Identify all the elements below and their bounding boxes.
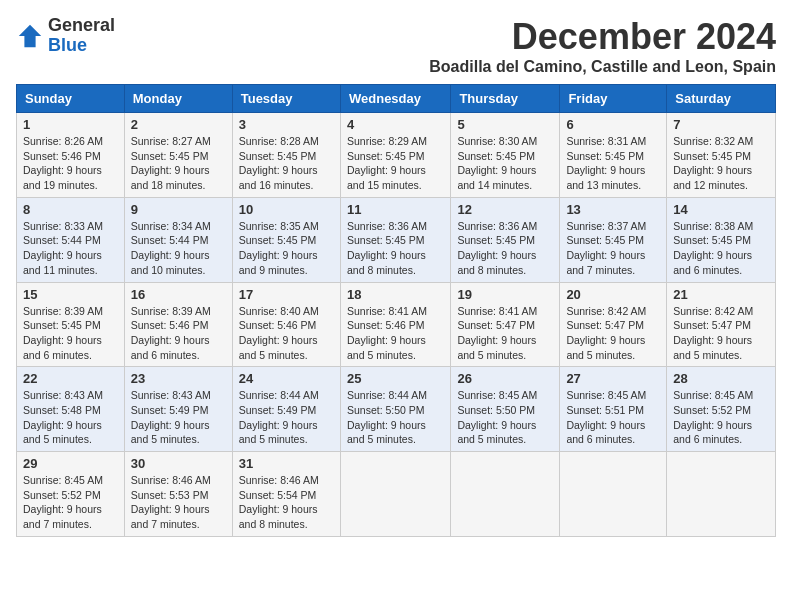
day-of-week-sunday: Sunday [17, 85, 125, 113]
calendar-cell: 11 Sunrise: 8:36 AMSunset: 5:45 PMDaylig… [340, 197, 450, 282]
day-number: 24 [239, 371, 334, 386]
calendar-cell [667, 452, 776, 537]
day-number: 6 [566, 117, 660, 132]
day-number: 26 [457, 371, 553, 386]
day-number: 19 [457, 287, 553, 302]
day-number: 14 [673, 202, 769, 217]
day-number: 30 [131, 456, 226, 471]
day-number: 3 [239, 117, 334, 132]
calendar-cell: 10 Sunrise: 8:35 AMSunset: 5:45 PMDaylig… [232, 197, 340, 282]
logo-blue-text: Blue [48, 36, 115, 56]
day-info: Sunrise: 8:27 AMSunset: 5:45 PMDaylight:… [131, 134, 226, 193]
logo-text: General Blue [48, 16, 115, 56]
day-number: 31 [239, 456, 334, 471]
day-info: Sunrise: 8:37 AMSunset: 5:45 PMDaylight:… [566, 219, 660, 278]
calendar-body: 1 Sunrise: 8:26 AMSunset: 5:46 PMDayligh… [17, 113, 776, 537]
calendar-cell [560, 452, 667, 537]
day-info: Sunrise: 8:42 AMSunset: 5:47 PMDaylight:… [673, 304, 769, 363]
day-info: Sunrise: 8:38 AMSunset: 5:45 PMDaylight:… [673, 219, 769, 278]
calendar-cell: 24 Sunrise: 8:44 AMSunset: 5:49 PMDaylig… [232, 367, 340, 452]
day-info: Sunrise: 8:45 AMSunset: 5:52 PMDaylight:… [673, 388, 769, 447]
calendar-cell: 9 Sunrise: 8:34 AMSunset: 5:44 PMDayligh… [124, 197, 232, 282]
calendar-week-4: 22 Sunrise: 8:43 AMSunset: 5:48 PMDaylig… [17, 367, 776, 452]
calendar-cell: 15 Sunrise: 8:39 AMSunset: 5:45 PMDaylig… [17, 282, 125, 367]
calendar-week-3: 15 Sunrise: 8:39 AMSunset: 5:45 PMDaylig… [17, 282, 776, 367]
calendar-cell: 29 Sunrise: 8:45 AMSunset: 5:52 PMDaylig… [17, 452, 125, 537]
logo-icon [16, 22, 44, 50]
calendar-cell: 7 Sunrise: 8:32 AMSunset: 5:45 PMDayligh… [667, 113, 776, 198]
day-of-week-tuesday: Tuesday [232, 85, 340, 113]
day-number: 22 [23, 371, 118, 386]
calendar-week-2: 8 Sunrise: 8:33 AMSunset: 5:44 PMDayligh… [17, 197, 776, 282]
calendar-cell [451, 452, 560, 537]
calendar-header: SundayMondayTuesdayWednesdayThursdayFrid… [17, 85, 776, 113]
day-info: Sunrise: 8:45 AMSunset: 5:51 PMDaylight:… [566, 388, 660, 447]
calendar-cell: 16 Sunrise: 8:39 AMSunset: 5:46 PMDaylig… [124, 282, 232, 367]
day-info: Sunrise: 8:41 AMSunset: 5:46 PMDaylight:… [347, 304, 444, 363]
day-number: 21 [673, 287, 769, 302]
day-info: Sunrise: 8:39 AMSunset: 5:45 PMDaylight:… [23, 304, 118, 363]
day-info: Sunrise: 8:44 AMSunset: 5:50 PMDaylight:… [347, 388, 444, 447]
calendar-cell: 1 Sunrise: 8:26 AMSunset: 5:46 PMDayligh… [17, 113, 125, 198]
logo-general-text: General [48, 16, 115, 36]
calendar-cell: 14 Sunrise: 8:38 AMSunset: 5:45 PMDaylig… [667, 197, 776, 282]
day-info: Sunrise: 8:33 AMSunset: 5:44 PMDaylight:… [23, 219, 118, 278]
calendar-cell: 19 Sunrise: 8:41 AMSunset: 5:47 PMDaylig… [451, 282, 560, 367]
day-number: 11 [347, 202, 444, 217]
day-of-week-friday: Friday [560, 85, 667, 113]
day-number: 15 [23, 287, 118, 302]
day-info: Sunrise: 8:42 AMSunset: 5:47 PMDaylight:… [566, 304, 660, 363]
calendar-cell: 2 Sunrise: 8:27 AMSunset: 5:45 PMDayligh… [124, 113, 232, 198]
calendar-cell: 8 Sunrise: 8:33 AMSunset: 5:44 PMDayligh… [17, 197, 125, 282]
day-info: Sunrise: 8:29 AMSunset: 5:45 PMDaylight:… [347, 134, 444, 193]
day-info: Sunrise: 8:45 AMSunset: 5:52 PMDaylight:… [23, 473, 118, 532]
day-number: 8 [23, 202, 118, 217]
day-number: 29 [23, 456, 118, 471]
day-number: 28 [673, 371, 769, 386]
calendar-cell: 22 Sunrise: 8:43 AMSunset: 5:48 PMDaylig… [17, 367, 125, 452]
day-info: Sunrise: 8:43 AMSunset: 5:49 PMDaylight:… [131, 388, 226, 447]
day-info: Sunrise: 8:28 AMSunset: 5:45 PMDaylight:… [239, 134, 334, 193]
day-number: 1 [23, 117, 118, 132]
day-of-week-saturday: Saturday [667, 85, 776, 113]
day-number: 9 [131, 202, 226, 217]
calendar-cell: 4 Sunrise: 8:29 AMSunset: 5:45 PMDayligh… [340, 113, 450, 198]
calendar-cell: 12 Sunrise: 8:36 AMSunset: 5:45 PMDaylig… [451, 197, 560, 282]
day-number: 4 [347, 117, 444, 132]
day-info: Sunrise: 8:46 AMSunset: 5:53 PMDaylight:… [131, 473, 226, 532]
day-info: Sunrise: 8:36 AMSunset: 5:45 PMDaylight:… [347, 219, 444, 278]
day-number: 5 [457, 117, 553, 132]
day-number: 18 [347, 287, 444, 302]
calendar-cell: 21 Sunrise: 8:42 AMSunset: 5:47 PMDaylig… [667, 282, 776, 367]
calendar-table: SundayMondayTuesdayWednesdayThursdayFrid… [16, 84, 776, 537]
day-number: 2 [131, 117, 226, 132]
day-number: 7 [673, 117, 769, 132]
day-number: 27 [566, 371, 660, 386]
day-number: 16 [131, 287, 226, 302]
calendar-week-1: 1 Sunrise: 8:26 AMSunset: 5:46 PMDayligh… [17, 113, 776, 198]
day-info: Sunrise: 8:46 AMSunset: 5:54 PMDaylight:… [239, 473, 334, 532]
day-info: Sunrise: 8:36 AMSunset: 5:45 PMDaylight:… [457, 219, 553, 278]
logo: General Blue [16, 16, 115, 56]
day-number: 25 [347, 371, 444, 386]
day-number: 10 [239, 202, 334, 217]
location-subtitle: Boadilla del Camino, Castille and Leon, … [429, 58, 776, 76]
day-info: Sunrise: 8:45 AMSunset: 5:50 PMDaylight:… [457, 388, 553, 447]
day-info: Sunrise: 8:35 AMSunset: 5:45 PMDaylight:… [239, 219, 334, 278]
day-number: 23 [131, 371, 226, 386]
title-block: December 2024 Boadilla del Camino, Casti… [429, 16, 776, 76]
day-info: Sunrise: 8:31 AMSunset: 5:45 PMDaylight:… [566, 134, 660, 193]
calendar-cell: 6 Sunrise: 8:31 AMSunset: 5:45 PMDayligh… [560, 113, 667, 198]
day-number: 17 [239, 287, 334, 302]
day-info: Sunrise: 8:39 AMSunset: 5:46 PMDaylight:… [131, 304, 226, 363]
day-info: Sunrise: 8:41 AMSunset: 5:47 PMDaylight:… [457, 304, 553, 363]
day-info: Sunrise: 8:40 AMSunset: 5:46 PMDaylight:… [239, 304, 334, 363]
day-info: Sunrise: 8:26 AMSunset: 5:46 PMDaylight:… [23, 134, 118, 193]
calendar-cell: 23 Sunrise: 8:43 AMSunset: 5:49 PMDaylig… [124, 367, 232, 452]
calendar-cell: 13 Sunrise: 8:37 AMSunset: 5:45 PMDaylig… [560, 197, 667, 282]
day-info: Sunrise: 8:43 AMSunset: 5:48 PMDaylight:… [23, 388, 118, 447]
calendar-cell: 20 Sunrise: 8:42 AMSunset: 5:47 PMDaylig… [560, 282, 667, 367]
calendar-cell: 5 Sunrise: 8:30 AMSunset: 5:45 PMDayligh… [451, 113, 560, 198]
calendar-cell: 3 Sunrise: 8:28 AMSunset: 5:45 PMDayligh… [232, 113, 340, 198]
day-number: 12 [457, 202, 553, 217]
